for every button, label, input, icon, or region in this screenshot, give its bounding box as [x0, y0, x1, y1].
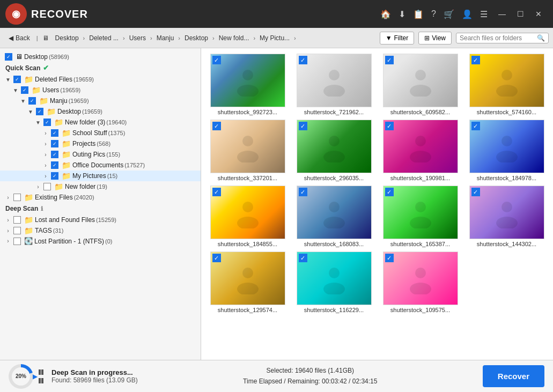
user-icon[interactable]: 👤 [462, 9, 473, 19]
tree-lostandfound[interactable]: › 📁 Lost and Found Files (15259) [0, 215, 201, 225]
tree-projects[interactable]: › ✓ 📁 Projects (568) [0, 138, 201, 149]
check-tags[interactable] [13, 227, 21, 234]
check-outingpics[interactable]: ✓ [51, 151, 58, 158]
tree-officedocs[interactable]: › ✓ 📁 Office Documents (17527) [0, 160, 201, 171]
check-manju[interactable]: ✓ [28, 97, 36, 105]
thumb-check-11[interactable]: ✓ [471, 188, 480, 196]
breadcrumb-desktop-label[interactable]: Desktop [53, 33, 81, 43]
arrow-outingpics[interactable]: › [42, 152, 49, 158]
arrow-mypictures[interactable]: › [42, 173, 49, 179]
tree-desktop-sub[interactable]: ▼ ✓ 📁 Desktop (19659) [0, 106, 201, 117]
view-button[interactable]: ⊞ View [418, 32, 452, 45]
breadcrumb-deleted[interactable]: Deleted ... [87, 33, 121, 43]
arrow-officedocs[interactable]: › [42, 162, 49, 168]
arrow-users[interactable]: ▼ [12, 87, 19, 93]
file-thumb-13[interactable]: ✓ shutterstock_116229... [293, 252, 375, 313]
file-thumb-5[interactable]: ✓ shutterstock_296035... [293, 120, 375, 181]
root-checkbox[interactable]: ✓ [5, 53, 12, 61]
file-thumb-2[interactable]: ✓ shutterstock_609582... [379, 54, 461, 115]
minimize-button[interactable]: — [493, 6, 511, 22]
tree-users[interactable]: ▼ ✓ 📁 Users (19659) [0, 85, 201, 95]
tree-manju[interactable]: ▼ ✓ 📁 Manju (19659) [0, 95, 201, 106]
check-desktop-sub[interactable]: ✓ [36, 108, 43, 115]
check-projects[interactable]: ✓ [51, 140, 58, 147]
breadcrumb-desktop2[interactable]: Desktop [182, 33, 210, 43]
thumb-check-0[interactable]: ✓ [212, 56, 221, 64]
arrow-newfolder[interactable]: › [34, 184, 42, 190]
file-thumb-12[interactable]: ✓ shutterstock_129574... [207, 252, 289, 313]
arrow-tags[interactable]: › [4, 228, 12, 234]
close-button[interactable]: ✕ [529, 6, 548, 22]
thumb-check-10[interactable]: ✓ [385, 188, 394, 196]
arrow-projects[interactable]: › [42, 141, 49, 147]
breadcrumb-users[interactable]: Users [127, 33, 148, 43]
thumb-check-6[interactable]: ✓ [385, 122, 394, 130]
file-thumb-4[interactable]: ✓ shutterstock_337201... [207, 120, 289, 181]
filter-button[interactable]: ▼ Filter [380, 32, 415, 45]
check-schoolstuff[interactable]: ✓ [51, 129, 58, 137]
tree-newfolder3[interactable]: ▼ ✓ 📁 New folder (3) (19640) [0, 117, 201, 128]
file-thumb-6[interactable]: ✓ shutterstock_190981... [379, 120, 461, 181]
check-existing[interactable] [13, 194, 21, 201]
clipboard-icon[interactable]: 📋 [413, 9, 424, 19]
thumb-check-7[interactable]: ✓ [471, 122, 480, 130]
tree-deleted-files[interactable]: ▼ ✓ 📁 Deleted Files (19659) [0, 74, 201, 85]
thumb-check-13[interactable]: ✓ [299, 254, 307, 262]
download-icon[interactable]: ⬇ [399, 9, 405, 19]
check-officedocs[interactable]: ✓ [51, 161, 58, 169]
arrow-deleted[interactable]: ▼ [4, 77, 12, 83]
breadcrumb-desktop[interactable]: 🖥 [40, 33, 51, 43]
file-thumb-0[interactable]: ✓ shutterstock_992723... [207, 54, 289, 115]
tree-lostpartition[interactable]: › 💽 Lost Partition - 1 (NTFS) (0) [0, 236, 201, 246]
arrow-existing[interactable]: › [4, 195, 12, 201]
thumb-check-3[interactable]: ✓ [471, 56, 480, 64]
tree-tags[interactable]: › 📁 TAGS (31) [0, 225, 201, 236]
check-mypictures[interactable]: ✓ [51, 172, 58, 180]
file-thumb-1[interactable]: ✓ shutterstock_721962... [293, 54, 375, 115]
file-thumb-14[interactable]: ✓ shutterstock_109575... [379, 252, 461, 313]
tree-root[interactable]: ✓ 🖥 Desktop (58969) [0, 51, 201, 62]
arrow-lostandfound[interactable]: › [4, 217, 12, 223]
tree-mypictures[interactable]: › ✓ 📁 My Pictures (15) [0, 171, 201, 181]
back-button[interactable]: ◀ Back [4, 32, 34, 44]
check-newfolder3[interactable]: ✓ [43, 119, 51, 126]
pause-icon[interactable] [39, 369, 46, 375]
cart-icon[interactable]: 🛒 [444, 9, 454, 19]
search-icon[interactable]: 🔍 [537, 34, 545, 42]
file-thumb-7[interactable]: ✓ shutterstock_184978... [466, 120, 548, 181]
maximize-button[interactable]: ☐ [511, 6, 529, 22]
menu-icon[interactable]: ☰ [480, 9, 488, 19]
thumb-check-14[interactable]: ✓ [385, 254, 394, 262]
help-icon[interactable]: ? [431, 9, 436, 19]
check-users[interactable]: ✓ [21, 86, 28, 94]
file-thumb-9[interactable]: ✓ shutterstock_168083... [293, 186, 375, 247]
breadcrumb-newfold[interactable]: New fold... [217, 33, 252, 43]
tree-newfolder[interactable]: › 📁 New folder (19) [0, 181, 201, 192]
breadcrumb-mypictures[interactable]: My Pictu... [257, 33, 292, 43]
arrow-manju[interactable]: ▼ [19, 98, 27, 104]
check-lostandfound[interactable] [13, 216, 21, 224]
thumb-check-8[interactable]: ✓ [212, 188, 221, 196]
thumb-check-1[interactable]: ✓ [299, 56, 307, 64]
thumb-check-4[interactable]: ✓ [212, 122, 221, 130]
search-input[interactable] [460, 34, 535, 42]
recover-button[interactable]: Recover [483, 365, 544, 387]
tree-schoolstuff[interactable]: › ✓ 📁 School Stuff (1375) [0, 128, 201, 138]
arrow-lostpartition[interactable]: › [4, 238, 12, 244]
home-icon[interactable]: 🏠 [380, 9, 391, 19]
breadcrumb-manju[interactable]: Manju [154, 33, 176, 43]
thumb-check-2[interactable]: ✓ [385, 56, 394, 64]
tree-outingpics[interactable]: › ✓ 📁 Outing Pics (155) [0, 149, 201, 160]
check-deleted[interactable]: ✓ [13, 76, 21, 83]
file-thumb-8[interactable]: ✓ shutterstock_184855... [207, 186, 289, 247]
tree-existing[interactable]: › 📁 Existing Files (24020) [0, 192, 201, 203]
check-lostpartition[interactable] [13, 238, 21, 245]
arrow-desktop-sub[interactable]: ▼ [27, 109, 34, 115]
check-newfolder[interactable] [43, 183, 51, 190]
file-thumb-10[interactable]: ✓ shutterstock_165387... [379, 186, 461, 247]
thumb-check-12[interactable]: ✓ [212, 254, 221, 262]
file-thumb-3[interactable]: ✓ shutterstock_574160... [466, 54, 548, 115]
thumb-check-9[interactable]: ✓ [299, 188, 307, 196]
thumb-check-5[interactable]: ✓ [299, 122, 307, 130]
arrow-schoolstuff[interactable]: › [42, 130, 49, 136]
